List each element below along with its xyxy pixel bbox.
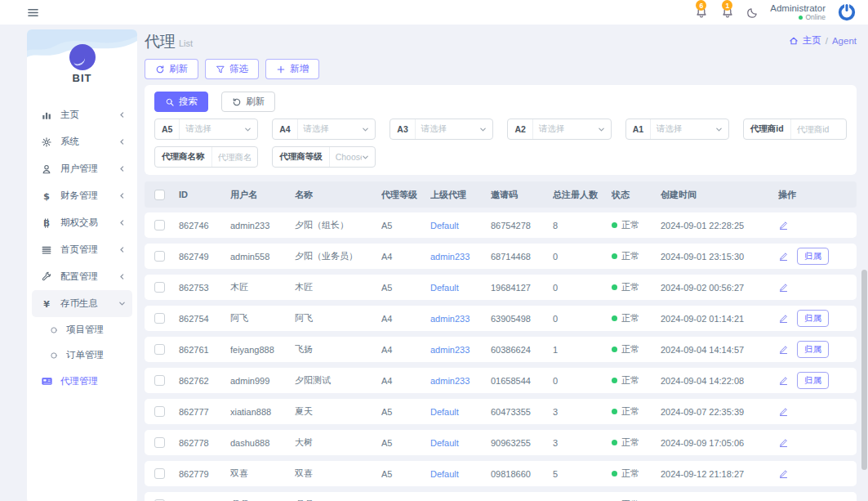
row-checkbox[interactable] bbox=[154, 251, 165, 262]
filter-button[interactable]: 筛选 bbox=[205, 59, 259, 79]
parent-agent-link[interactable]: Default bbox=[430, 283, 491, 293]
filter-select-a2[interactable]: A2请选择 bbox=[507, 119, 611, 140]
svg-text:B: B bbox=[43, 217, 50, 227]
table-row: 862749 admin558 夕阳（业务员） A4 admin233 6871… bbox=[145, 244, 857, 269]
brand-power-icon[interactable] bbox=[837, 2, 857, 22]
row-checkbox[interactable] bbox=[154, 344, 165, 355]
edit-icon[interactable] bbox=[778, 375, 789, 386]
edit-icon[interactable] bbox=[778, 468, 789, 479]
gear-icon bbox=[40, 136, 53, 148]
edit-icon[interactable] bbox=[778, 251, 789, 262]
edit-icon[interactable] bbox=[778, 220, 789, 230]
row-checkbox[interactable] bbox=[154, 437, 165, 448]
filter-select-a4[interactable]: A4请选择 bbox=[272, 119, 376, 140]
cell-level: A4 bbox=[381, 345, 430, 355]
cell-username: admin233 bbox=[230, 221, 295, 230]
agent-id-input[interactable] bbox=[791, 124, 846, 134]
cell-created: 2024-09-07 22:35:39 bbox=[661, 407, 778, 417]
select-all-checkbox[interactable] bbox=[154, 190, 165, 200]
status-badge: 正常 bbox=[612, 343, 661, 356]
row-checkbox[interactable] bbox=[154, 406, 165, 417]
parent-agent-link[interactable]: admin233 bbox=[430, 345, 491, 355]
breadcrumb-home[interactable]: 主页 bbox=[803, 34, 821, 47]
sidebar-item-4[interactable]: $财务管理 bbox=[32, 182, 132, 209]
edit-icon[interactable] bbox=[778, 282, 789, 293]
search-button[interactable]: 搜索 bbox=[154, 92, 208, 112]
column-header: 上级代理 bbox=[430, 189, 491, 201]
add-button[interactable]: 新增 bbox=[265, 59, 319, 79]
cell-registered: 0 bbox=[553, 252, 612, 262]
edit-icon[interactable] bbox=[778, 406, 789, 417]
sidebar-item-1[interactable]: 主页 bbox=[32, 101, 132, 128]
cell-invite-code: 01658544 bbox=[491, 376, 553, 386]
sidebar-item-6[interactable]: 首页管理 bbox=[32, 236, 132, 263]
notification-1[interactable]: 6 bbox=[694, 5, 709, 20]
parent-agent-link[interactable]: Default bbox=[430, 469, 491, 479]
scrollbar-thumb[interactable] bbox=[861, 270, 867, 470]
agent-name-input[interactable] bbox=[212, 152, 258, 162]
breadcrumb-current: Agent bbox=[832, 36, 857, 46]
menu-icon[interactable] bbox=[27, 7, 39, 19]
cell-name: 夕阳（组长） bbox=[295, 219, 381, 231]
filter-agent-level[interactable]: 代理商等级Choose bbox=[272, 146, 376, 168]
sidebar-item-3[interactable]: 用户管理 bbox=[32, 155, 132, 182]
edit-icon[interactable] bbox=[778, 437, 789, 448]
sidebar-item-7[interactable]: 配置管理 bbox=[32, 263, 132, 290]
cell-name: 阿飞 bbox=[295, 312, 381, 324]
assign-button[interactable]: 归属 bbox=[797, 372, 829, 389]
column-header: 用户名 bbox=[230, 189, 295, 201]
sidebar-item-8[interactable]: ¥存币生息 bbox=[32, 290, 132, 317]
chevron-down-icon bbox=[362, 154, 375, 161]
row-checkbox[interactable] bbox=[154, 220, 165, 230]
user-block[interactable]: Administrator Online bbox=[770, 3, 826, 22]
sidebar-item-2[interactable]: 系统 bbox=[32, 128, 132, 155]
column-header: 代理等级 bbox=[381, 189, 430, 201]
edit-icon[interactable] bbox=[778, 344, 789, 355]
cell-id: 862754 bbox=[179, 314, 230, 324]
row-checkbox[interactable] bbox=[154, 313, 165, 324]
svg-text:¥: ¥ bbox=[43, 299, 50, 310]
assign-button[interactable]: 归属 bbox=[797, 310, 829, 327]
sidebar-item-5[interactable]: B期权交易 bbox=[32, 209, 132, 236]
page-scrollbar[interactable] bbox=[861, 25, 867, 501]
sidebar-subitem-8-1[interactable]: 项目管理 bbox=[32, 317, 132, 342]
status-dot-icon bbox=[612, 378, 617, 383]
reset-button[interactable]: 刷新 bbox=[221, 92, 275, 112]
parent-agent-link[interactable]: admin233 bbox=[430, 376, 491, 386]
table-row: 862762 admin999 夕阳测试 A4 admin233 0165854… bbox=[145, 368, 857, 393]
edit-icon[interactable] bbox=[778, 313, 789, 324]
refresh-button[interactable]: 刷新 bbox=[145, 59, 198, 79]
sidebar-item-9[interactable]: 代理管理 bbox=[32, 368, 132, 395]
notification-2[interactable]: 1 bbox=[720, 5, 735, 20]
filter-select-a1[interactable]: A1请选择 bbox=[625, 119, 729, 140]
assign-button[interactable]: 归属 bbox=[797, 341, 829, 358]
cell-registered: 8 bbox=[553, 221, 612, 230]
chevron-left-icon bbox=[118, 111, 126, 119]
dark-mode-icon[interactable] bbox=[746, 7, 759, 19]
parent-agent-link[interactable]: admin233 bbox=[430, 252, 491, 262]
row-checkbox[interactable] bbox=[154, 282, 165, 293]
reset-icon bbox=[232, 97, 242, 107]
filter-select-a5[interactable]: A5请选择 bbox=[154, 119, 258, 140]
cell-created: 2024-09-02 00:56:27 bbox=[661, 283, 778, 293]
parent-agent-link[interactable]: Default bbox=[430, 407, 491, 417]
filter-select-a3[interactable]: A3请选择 bbox=[389, 119, 493, 140]
cell-username: 阿飞 bbox=[230, 312, 295, 324]
cell-level: A4 bbox=[381, 376, 430, 386]
row-checkbox[interactable] bbox=[154, 468, 165, 479]
rows-icon bbox=[40, 244, 53, 256]
cell-id: 862762 bbox=[179, 376, 230, 386]
parent-agent-link[interactable]: Default bbox=[430, 438, 491, 448]
parent-agent-link[interactable]: Default bbox=[430, 221, 491, 230]
assign-button[interactable]: 归属 bbox=[797, 248, 829, 265]
status-dot-icon bbox=[612, 471, 617, 476]
cell-username: feiyang888 bbox=[230, 345, 295, 355]
column-header: 邀请码 bbox=[491, 189, 553, 201]
column-header: 创建时间 bbox=[661, 189, 778, 201]
row-checkbox[interactable] bbox=[154, 375, 165, 386]
parent-agent-link[interactable]: admin233 bbox=[430, 314, 491, 324]
column-header: 名称 bbox=[295, 189, 381, 201]
sidebar-subitem-8-2[interactable]: 订单管理 bbox=[32, 342, 132, 368]
cell-username: admin999 bbox=[230, 376, 295, 386]
cell-invite-code: 60473355 bbox=[491, 407, 553, 417]
